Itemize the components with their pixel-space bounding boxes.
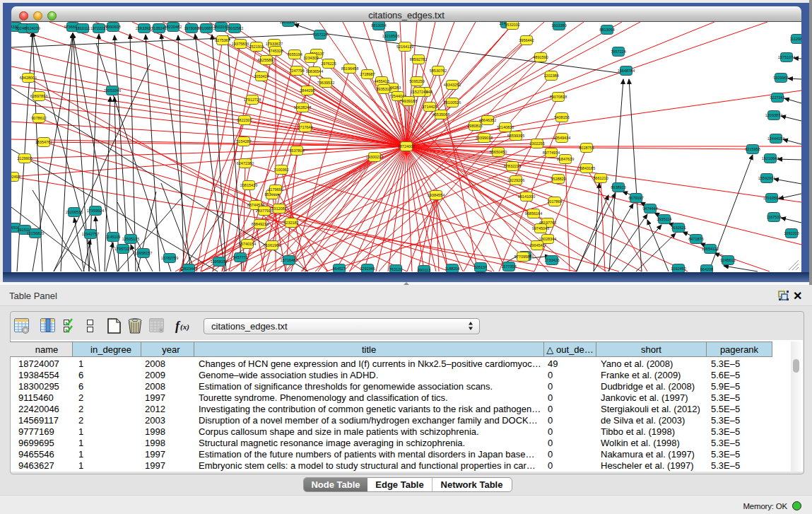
svg-text:19229206: 19229206 [507,178,524,182]
svg-text:5528829: 5528829 [551,177,565,181]
svg-text:12444153: 12444153 [767,136,784,141]
svg-text:2844290: 2844290 [300,88,314,93]
svg-text:7312081: 7312081 [271,206,286,211]
svg-text:16210643: 16210643 [762,156,779,160]
svg-text:66599395: 66599395 [507,134,524,138]
svg-text:2935114: 2935114 [657,217,671,221]
svg-text:20206535: 20206535 [66,210,83,214]
svg-text:15751074: 15751074 [778,55,795,59]
svg-text:21527244: 21527244 [411,90,428,94]
svg-text:17933677: 17933677 [266,42,283,46]
svg-text:18724007: 18724007 [398,144,415,148]
svg-text:2980815: 2980815 [467,124,482,128]
svg-text:7357224: 7357224 [312,33,327,37]
svg-text:2129905: 2129905 [17,156,32,160]
svg-text:5408156: 5408156 [554,115,569,119]
svg-text:7624039: 7624039 [25,26,40,30]
svg-text:3234302: 3234302 [303,56,318,60]
svg-text:1733426: 1733426 [544,258,559,262]
svg-text:10549434: 10549434 [553,136,570,140]
svg-text:8661210: 8661210 [593,176,608,180]
svg-text:16033809: 16033809 [280,22,297,24]
svg-text:28377915: 28377915 [256,209,273,213]
svg-text:2302255: 2302255 [529,141,544,146]
svg-text:83849218: 83849218 [252,222,269,226]
svg-text:32140838: 32140838 [497,125,514,129]
svg-text:7957224: 7957224 [611,49,625,54]
svg-text:12505135: 12505135 [122,237,139,241]
svg-text:2179699: 2179699 [268,187,283,192]
svg-text:12942757: 12942757 [82,232,99,236]
svg-text:48646352: 48646352 [479,118,496,122]
svg-text:56100526: 56100526 [444,100,461,105]
svg-text:8215958: 8215958 [745,147,760,151]
svg-text:55650450: 55650450 [490,150,507,154]
svg-text:17359924: 17359924 [87,209,104,213]
svg-text:12156829: 12156829 [27,231,44,235]
svg-text:26843185: 26843185 [578,166,595,170]
svg-text:(x): (x) [180,322,189,332]
svg-text:20053346: 20053346 [104,88,121,93]
svg-text:9245612: 9245612 [720,258,735,262]
svg-text:7100362: 7100362 [273,168,288,172]
svg-text:763120: 763120 [389,267,402,271]
svg-text:43343251: 43343251 [444,83,461,87]
svg-text:30399018: 30399018 [476,136,493,140]
svg-text:9457771: 9457771 [233,255,247,259]
svg-text:62472380: 62472380 [237,161,254,165]
svg-text:74939188: 74939188 [400,99,417,103]
svg-text:8471876: 8471876 [688,237,703,241]
svg-text:62897893: 62897893 [30,94,47,98]
svg-text:18354761: 18354761 [35,140,52,144]
svg-text:10654122: 10654122 [702,247,719,251]
svg-text:7655194: 7655194 [287,52,302,57]
svg-text:8813054: 8813054 [599,28,614,32]
svg-text:10958157: 10958157 [211,259,228,264]
svg-text:17957225: 17957225 [114,247,131,251]
svg-text:1810111: 1810111 [76,26,90,30]
svg-text:13218506: 13218506 [382,34,399,38]
svg-text:12823448: 12823448 [180,267,197,271]
svg-text:8392492: 8392492 [11,175,20,179]
svg-text:45535068: 45535068 [433,112,449,117]
svg-text:7247794: 7247794 [289,69,304,73]
svg-text:2728987: 2728987 [360,72,375,76]
svg-text:17010504: 17010504 [763,196,780,200]
svg-text:85196458: 85196458 [341,66,358,71]
svg-text:6679197: 6679197 [628,196,643,200]
svg-text:2717644: 2717644 [298,125,312,129]
svg-text:1092450: 1092450 [671,267,686,271]
svg-text:5095259: 5095259 [409,79,424,83]
svg-text:1092203: 1092203 [784,231,799,235]
svg-text:1112986: 1112986 [790,37,801,41]
svg-text:16782759: 16782759 [161,256,178,260]
svg-text:4891590: 4891590 [533,55,548,59]
svg-text:66255890: 66255890 [258,58,275,62]
svg-text:9329966: 9329966 [773,76,788,80]
svg-text:664208: 664208 [700,267,713,271]
svg-text:2964541: 2964541 [529,243,544,247]
svg-text:15716485: 15716485 [281,258,298,262]
svg-text:52164119: 52164119 [396,45,413,49]
svg-text:73639532: 73639532 [317,81,334,85]
svg-text:91847639: 91847639 [557,157,574,161]
svg-text:5822307: 5822307 [237,118,252,122]
svg-text:19384554: 19384554 [428,193,445,197]
svg-text:61061966: 61061966 [264,243,281,247]
svg-text:2521911: 2521911 [249,45,264,49]
svg-text:15032582: 15032582 [226,26,243,30]
svg-text:2017864: 2017864 [547,199,562,204]
svg-text:78106871: 78106871 [198,26,215,30]
svg-text:88220482: 88220482 [165,25,182,29]
svg-text:20815439: 20815439 [240,183,257,187]
svg-text:3532032: 3532032 [505,23,519,27]
svg-text:8813054: 8813054 [371,23,386,28]
svg-text:22633920: 22633920 [136,26,153,30]
svg-text:1167533: 1167533 [766,215,781,219]
svg-text:96856164: 96856164 [525,211,542,216]
svg-text:12093872: 12093872 [765,113,782,117]
svg-text:990113: 990113 [418,268,430,272]
svg-text:9474444: 9474444 [642,206,657,211]
svg-text:90836544: 90836544 [306,69,323,74]
svg-text:1603389: 1603389 [551,23,566,28]
